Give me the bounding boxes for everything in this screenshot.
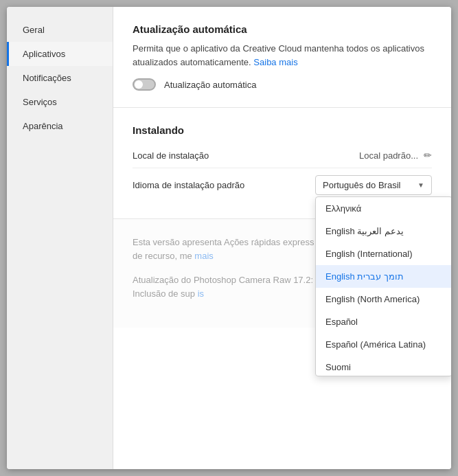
dropdown-item-fi[interactable]: Suomi [316,356,451,376]
language-dropdown-trigger[interactable]: Português do Brasil ▼ [315,175,432,195]
sidebar: Geral Aplicativos Notificações Serviços … [7,7,113,469]
language-dropdown-menu: Ελληνικά English يدعم العربية English (I… [315,196,451,376]
location-value-container: Local padrão... ✏ [359,150,432,161]
auto-update-description: Permita que o aplicativo da Creative Clo… [133,42,432,69]
edit-icon[interactable]: ✏ [424,150,432,161]
dropdown-item-en-int[interactable]: English (International) [316,242,451,265]
app-window: Geral Aplicativos Notificações Serviços … [7,7,451,469]
chevron-down-icon: ▼ [417,181,424,189]
language-dropdown-container: Português do Brasil ▼ Ελληνικά English ي… [315,175,432,195]
auto-update-title: Atualização automática [133,23,432,35]
dropdown-item-en-na[interactable]: English (North America) [316,288,451,310]
auto-update-section: Atualização automática Permita que o apl… [113,7,451,108]
auto-update-toggle-label: Atualização automática [164,80,256,90]
learn-more-link[interactable]: Saiba mais [253,57,297,67]
location-value: Local padrão... [359,150,418,161]
sidebar-item-notificacoes[interactable]: Notificações [7,66,113,90]
language-label: Idioma de instalação padrão [133,180,244,190]
auto-update-toggle-row: Atualização automática [133,78,432,91]
sidebar-item-aplicativos[interactable]: Aplicativos [7,42,113,66]
sidebar-item-servicos[interactable]: Serviços [7,90,113,114]
installing-title: Instalando [133,124,432,136]
dropdown-scroll-area[interactable]: Ελληνικά English يدعم العربية English (I… [316,197,451,376]
location-row: Local de instalação Local padrão... ✏ [133,143,432,168]
dropdown-item-el[interactable]: Ελληνικά [316,197,451,220]
sidebar-item-geral[interactable]: Geral [7,18,113,42]
main-content: Atualização automática Permita que o apl… [113,7,451,469]
dropdown-item-en-he[interactable]: English תומך עברית [316,265,451,288]
update-more-link-2[interactable]: is [198,288,204,299]
auto-update-toggle[interactable] [133,78,156,91]
language-row: Idioma de instalação padrão Português do… [133,168,432,202]
dropdown-selected-value: Português do Brasil [323,180,400,190]
update-more-link-1[interactable]: mais [194,251,213,261]
installing-section: Instalando Local de instalação Local pad… [113,108,451,219]
dropdown-item-es[interactable]: Español [316,310,451,333]
dropdown-item-es-la[interactable]: Español (América Latina) [316,333,451,356]
dropdown-item-en-ar[interactable]: English يدعم العربية [316,220,451,242]
sidebar-item-aparencia[interactable]: Aparência [7,114,113,138]
location-label: Local de instalação [133,150,209,161]
